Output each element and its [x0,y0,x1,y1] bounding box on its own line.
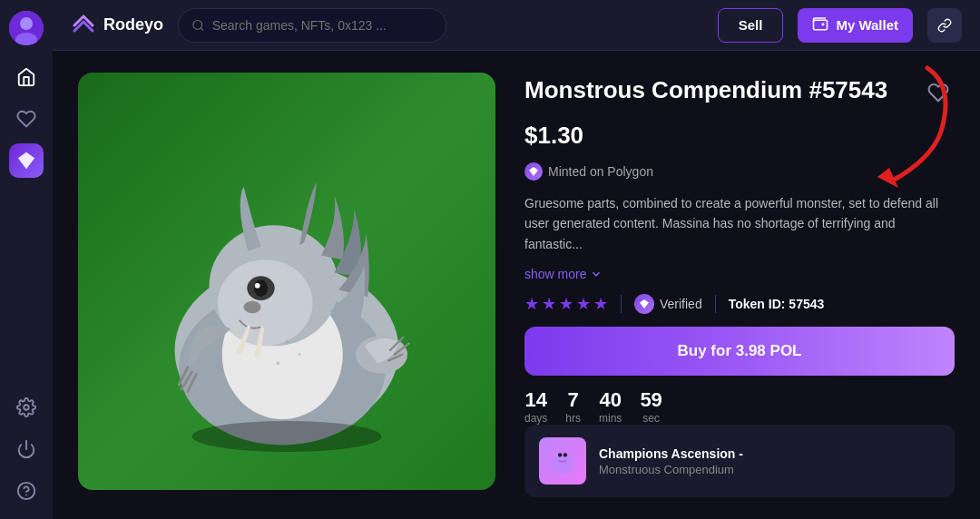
days-label: days [524,412,547,425]
logo-area: Rodeyo [71,13,163,38]
svg-point-7 [193,20,202,29]
countdown-timer: 14 days 7 hrs 40 mins 59 sec [524,388,955,425]
link-button[interactable] [927,8,962,43]
sidebar-item-gem[interactable] [9,143,44,178]
verified-icon [634,294,654,314]
mins-label: mins [599,412,622,425]
star-5: ★ [593,294,608,314]
svg-point-26 [558,453,562,456]
related-card[interactable]: Champions Ascension - Monstruous Compend… [524,425,955,497]
svg-point-14 [218,260,313,346]
hrs-value: 7 [568,388,579,412]
show-more-button[interactable]: show more [524,267,603,281]
sell-button[interactable]: Sell [718,8,784,43]
svg-point-17 [254,279,268,297]
token-id-value: 57543 [789,297,824,311]
search-icon [191,18,205,33]
top-navigation: Rodeyo Sell My Wallet [53,0,980,51]
nft-details: Monstrous Compendium #57543 $1.30 Minted… [524,73,955,497]
star-3: ★ [559,294,573,314]
minted-badge: Minted on Polygon [524,162,955,181]
days-value: 14 [524,388,546,412]
show-more-label: show more [524,267,586,281]
chevron-down-icon [590,268,603,280]
main-area: Rodeyo Sell My Wallet [53,0,980,519]
svg-point-18 [255,283,260,289]
countdown-hrs: 7 hrs [565,388,581,425]
sidebar-item-home[interactable] [9,60,44,94]
meta-divider [621,295,622,313]
search-bar[interactable] [178,8,446,43]
minted-on-text: Minted on Polygon [548,164,653,179]
svg-point-23 [192,421,382,452]
svg-rect-9 [814,20,828,30]
link-icon [937,18,952,33]
sidebar-item-favorites[interactable] [9,102,44,136]
svg-point-24 [551,455,574,474]
search-input[interactable] [212,18,434,33]
polygon-icon [524,162,543,181]
svg-point-21 [299,353,301,356]
nft-title: Monstrous Compendium #57543 [524,76,887,104]
token-id: Token ID: 57543 [729,297,825,311]
meta-divider-2 [715,295,716,313]
countdown-sec: 59 sec [640,388,662,425]
sec-value: 59 [640,388,662,412]
star-1: ★ [524,294,539,314]
countdown-days: 14 days [524,388,547,425]
sec-label: sec [642,412,660,425]
verified-label: Verified [660,297,702,311]
svg-line-8 [201,27,203,30]
svg-point-3 [24,405,29,410]
favorite-button[interactable] [922,76,955,109]
countdown-mins: 40 mins [599,388,622,425]
related-thumbnail [539,437,586,485]
related-info: Champions Ascension - Monstruous Compend… [599,446,743,476]
logo-icon [71,13,96,38]
logo-text: Rodeyo [103,15,163,34]
buy-button[interactable]: Buy for 3.98 POL [524,327,955,376]
star-4: ★ [576,294,591,314]
verified-badge: Verified [634,294,702,314]
nft-image [78,73,495,490]
content-area: Monstrous Compendium #57543 $1.30 Minted… [53,51,980,519]
sidebar-item-help[interactable] [9,474,44,508]
nft-description: Gruesome parts, combined to create a pow… [524,193,955,254]
buy-price: 3.98 POL [736,342,802,359]
svg-point-1 [20,17,33,30]
nft-header: Monstrous Compendium #57543 [524,76,955,109]
nft-creature-image [78,73,495,490]
user-avatar[interactable] [9,11,44,45]
buy-label: Buy for [678,342,736,359]
hrs-label: hrs [565,412,581,425]
svg-point-27 [564,453,567,456]
wallet-icon [812,15,828,35]
sidebar [0,0,53,519]
sidebar-item-settings[interactable] [9,390,44,425]
star-rating: ★ ★ ★ ★ ★ [524,294,608,314]
svg-point-19 [244,301,261,313]
sidebar-item-power[interactable] [9,432,44,466]
star-2: ★ [542,294,556,314]
related-subtitle: Monstruous Compendium [599,463,743,476]
mins-value: 40 [599,388,621,412]
svg-point-20 [285,340,289,344]
related-title: Champions Ascension - [599,446,743,461]
wallet-label: My Wallet [836,17,898,33]
token-id-label: Token ID: [729,297,786,311]
svg-point-22 [277,361,280,365]
nft-price: $1.30 [524,122,955,150]
nft-meta: ★ ★ ★ ★ ★ Verified Toke [524,294,955,314]
wallet-button[interactable]: My Wallet [798,8,913,43]
